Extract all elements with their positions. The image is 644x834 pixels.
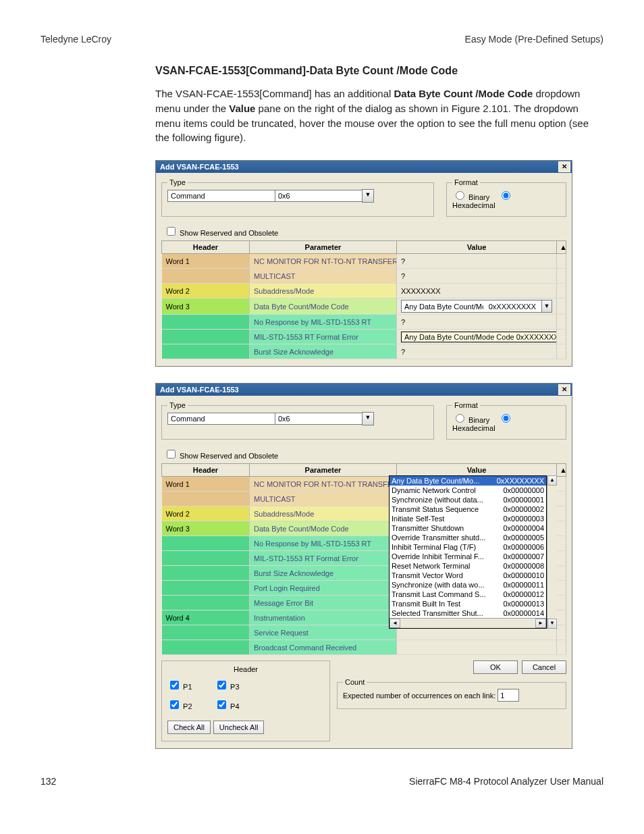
value-cell[interactable] [397,640,557,655]
scrollbar-track[interactable] [557,610,566,625]
dropdown-option[interactable]: Override Inhibit Terminal F...0x00000007 [390,552,546,561]
scrollbar-track[interactable] [557,254,566,269]
scrollbar-track[interactable] [557,284,566,298]
scrollbar-track[interactable] [557,492,566,506]
chevron-down-icon[interactable]: ▼ [362,412,374,425]
dropdown-option[interactable]: Transmit Vector Word0x00000010 [390,571,546,580]
chevron-down-icon[interactable]: ▼ [362,189,374,203]
dropdown-option[interactable]: Synchronize (with data wo...0x00000011 [390,580,546,590]
dropdown-option-label: Transmitter Shutdown [392,523,503,533]
scrollbar-track[interactable] [557,298,566,315]
dropdown-option[interactable]: Transmit Last Command S...0x00000012 [390,590,546,599]
p4-checkbox[interactable]: P4 [215,698,262,711]
cancel-button[interactable]: Cancel [522,660,566,674]
table-row[interactable]: No Response by MIL-STD-1553 RT? [162,315,566,330]
value-cell[interactable]: ? [397,254,557,269]
table-row[interactable]: Word 1NC MONITOR FOR NT-TO-NT TRANSFERS? [162,254,566,269]
p1-checkbox[interactable]: P1 [167,679,215,692]
close-icon[interactable]: ✕ [558,384,570,395]
scrollbar-track[interactable] [557,344,566,359]
value-cell[interactable]: Any Data Byte Count/Mode Code 0xXXXXXXXX [397,330,557,344]
scrollbar-track[interactable] [557,596,566,610]
dropdown-option[interactable]: Dynamic Network Control0x00000000 [390,486,546,495]
chevron-down-icon[interactable]: ▼ [541,301,552,312]
value-cell[interactable]: ? [397,344,557,359]
scrollbar-track[interactable] [557,536,566,551]
count-input[interactable] [498,689,519,702]
dropdown-option-code: 0x00000014 [503,608,544,618]
value-cell[interactable]: ? [397,315,557,330]
header-cell [162,315,250,330]
scrollbar-track[interactable] [557,566,566,581]
uncheck-all-button[interactable]: Uncheck All [213,721,264,734]
header-cell [162,625,250,640]
value-cell[interactable]: Any Data Byte Count/Mo...0xXXXXXXXX▼ [397,298,557,315]
dialog-titlebar: Add VSAN-FCAE-1553 ✕ [156,161,572,173]
show-reserved-checkbox[interactable]: Show Reserved and Obsolete [164,229,278,237]
scroll-down-icon[interactable]: ▼ [547,619,557,629]
scroll-right-icon[interactable]: ► [535,619,546,628]
mode-code-dropdown-list[interactable]: Any Data Byte Count/Mo...0xXXXXXXXXDynam… [389,475,557,629]
scrollbar-track[interactable] [557,506,566,521]
scrollbar-track[interactable] [400,619,535,628]
table-row[interactable]: MULTICAST? [162,269,566,284]
dropdown-option[interactable]: Inhibit Terminal Flag (T/F)0x00000006 [390,542,546,552]
close-icon[interactable]: ✕ [558,161,570,172]
scrollbar-track[interactable] [557,521,566,536]
ok-button[interactable]: OK [473,660,518,674]
parameter-cell: MULTICAST [250,269,397,284]
dropdown-option-code: 0x00000012 [503,590,544,599]
dropdown-option-code: 0x00000006 [503,542,544,552]
dropdown-option-label: Override Inhibit Terminal F... [392,552,503,561]
scroll-up-icon[interactable]: ▲ [557,464,566,477]
type-hex-input[interactable] [275,413,363,425]
col-value: Value [397,464,557,477]
table-row[interactable]: Word 3Data Byte Count/Mode CodeAny Data … [162,298,566,315]
dropdown-option[interactable]: Selected Transmitter Shut...0x00000014 [390,608,546,618]
type-hex-input[interactable] [275,190,363,202]
check-all-button[interactable]: Check All [167,721,211,734]
table-row[interactable]: Word 2Subaddress/ModeXXXXXXXX [162,284,566,298]
header-cell [162,536,250,551]
value-cell[interactable]: ? [397,269,557,284]
type-command-input[interactable] [167,190,275,202]
dropdown-option-label: Reset Network Terminal [392,561,503,571]
scroll-up-icon[interactable]: ▲ [547,475,557,486]
p2-checkbox[interactable]: P2 [167,698,215,711]
scrollbar-track[interactable] [557,625,566,640]
value-cell[interactable]: XXXXXXXX [397,284,557,298]
dropdown-code: 0xXXXXXXXX [483,303,541,311]
dropdown-option[interactable]: Synchronize (without data...0x00000001 [390,495,546,504]
parameter-cell: Service Request [250,625,397,640]
dropdown-option[interactable]: Override Transmitter shutd...0x00000005 [390,533,546,542]
scrollbar-track[interactable] [557,640,566,655]
dropdown-option[interactable]: Transmit Built In Test0x00000013 [390,599,546,608]
mode-code-dropdown[interactable]: Any Data Byte Count/Mo...0xXXXXXXXX▼ [401,300,552,313]
table-row[interactable]: Burst Size Acknowledge? [162,344,566,359]
scrollbar-track[interactable] [557,330,566,344]
dropdown-option[interactable]: Reset Network Terminal0x00000008 [390,561,546,571]
table-row[interactable]: MIL-STD-1553 RT Format ErrorAny Data Byt… [162,330,566,344]
dropdown-option[interactable]: Transmit Status Sequence0x00000002 [390,504,546,514]
type-command-input[interactable] [167,413,275,425]
dropdown-option[interactable]: Transmitter Shutdown0x00000004 [390,523,546,533]
scrollbar-track[interactable] [557,269,566,284]
format-binary-radio[interactable]: Binary [452,416,489,424]
type-legend: Type [167,178,188,186]
table-row[interactable]: Broadcast Command Received [162,640,566,655]
scrollbar-track[interactable] [557,315,566,330]
scrollbar-track[interactable] [557,581,566,596]
format-binary-radio[interactable]: Binary [452,193,489,201]
dropdown-option-label: Synchronize (without data... [392,495,503,504]
scroll-left-icon[interactable]: ◄ [390,619,400,628]
dropdown-option[interactable]: Initiate Self-Test0x00000003 [390,514,546,523]
scrollbar-track[interactable] [557,477,566,492]
show-reserved-checkbox[interactable]: Show Reserved and Obsolete [164,452,278,460]
scroll-up-icon[interactable]: ▲ [557,241,566,254]
scrollbar-track[interactable] [557,551,566,566]
dropdown-option[interactable]: Any Data Byte Count/Mo...0xXXXXXXXX [390,476,546,486]
dialog-title: Add VSAN-FCAE-1553 [160,386,239,394]
header-cell: Word 2 [162,506,250,521]
p3-checkbox[interactable]: P3 [215,679,262,692]
dropdown-option-label: Inhibit Terminal Flag (T/F) [392,542,503,552]
